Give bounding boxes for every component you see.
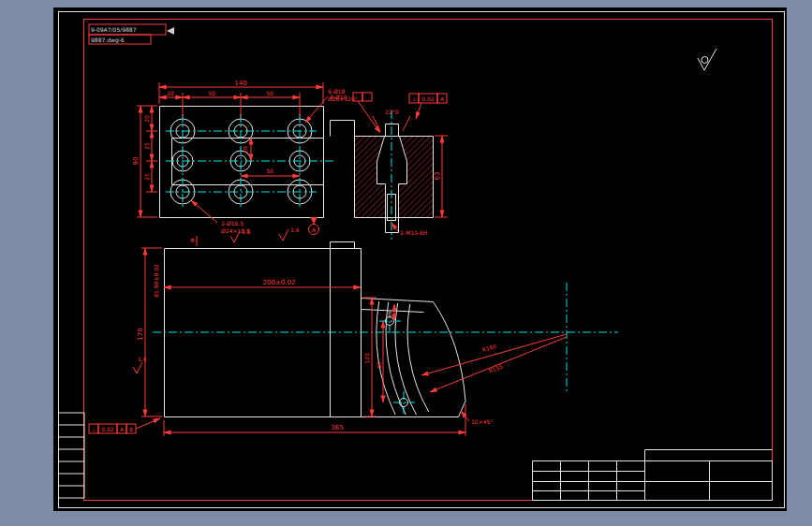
dim-15: 15	[386, 311, 392, 318]
roughness-1: 1.6	[242, 228, 251, 235]
doc-label-2: 9887.dwg-6	[91, 37, 125, 44]
dim-90: 90	[132, 157, 140, 166]
note-chamfer: 10×45°	[471, 418, 493, 425]
dim-angle: 22°0′	[385, 109, 400, 115]
cad-window: 9-09A7/05/9887 9887.dwg-6	[0, 0, 812, 526]
dim-h20: 20	[143, 115, 150, 123]
drawing-canvas[interactable]	[53, 7, 787, 511]
dim-50a: 50	[208, 90, 215, 96]
note-thread: 2-M10-6H	[400, 229, 427, 236]
dim-h25a: 25	[143, 142, 150, 150]
fcf-symbol: ⊥	[411, 95, 416, 102]
dim-p20: 20	[242, 146, 248, 153]
note-3d10: 3-Ø10	[330, 94, 347, 100]
doc-label-1: 9-09A7/05/9887	[91, 26, 137, 33]
dim-120: 120	[363, 353, 370, 364]
dim-85: 85	[376, 361, 382, 369]
dim-20a: 20	[167, 90, 174, 96]
fcf-tolerance: 0.02	[421, 95, 435, 102]
roughness-left: 1.6	[138, 356, 147, 362]
dim-140: 140	[234, 80, 246, 87]
fcf-symbol: ⊥	[91, 426, 96, 432]
fcf-datum-2: B	[129, 426, 133, 432]
note-cbore-1: 2-Ø16.5	[221, 220, 244, 226]
dim-63: 63	[434, 172, 441, 181]
roughness-2: 1.6	[290, 226, 300, 233]
dim-200: 200±0.02	[263, 279, 296, 286]
dim-170: 170	[137, 328, 144, 340]
phi-mark: Φ	[190, 237, 195, 243]
dim-365: 365	[331, 424, 343, 431]
dim-50b: 50	[266, 90, 273, 96]
dim-p50: 50	[266, 168, 273, 174]
dim-h25b: 25	[143, 173, 150, 181]
dim-bore: 81.90±0.02	[153, 264, 159, 298]
fcf-tolerance: 0.02	[101, 426, 114, 432]
